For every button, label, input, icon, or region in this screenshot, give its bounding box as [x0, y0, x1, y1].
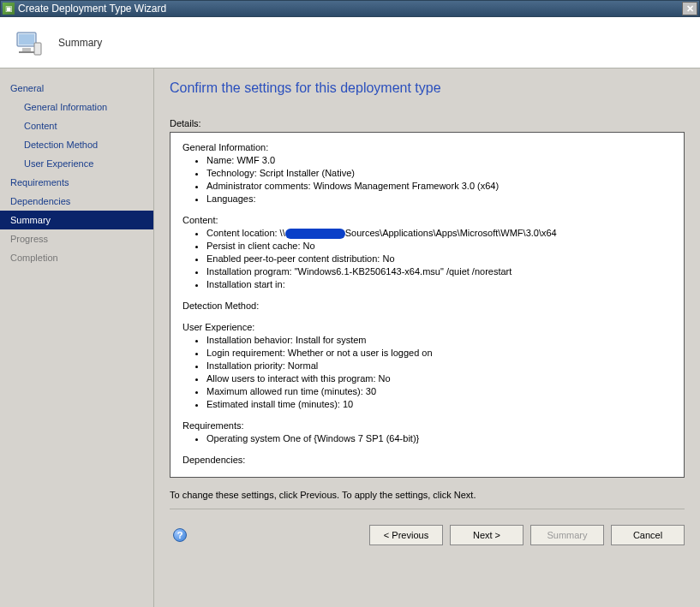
- window-title: Create Deployment Type Wizard: [18, 3, 682, 15]
- ue-interact: Allow users to interact with this progra…: [206, 372, 672, 385]
- details-box: General Information: Name: WMF 3.0 Techn…: [170, 132, 685, 478]
- svg-rect-4: [34, 43, 41, 55]
- next-button[interactable]: Next >: [450, 525, 524, 545]
- user-exp-title: User Experience:: [182, 321, 672, 334]
- svg-rect-2: [22, 48, 31, 51]
- previous-button[interactable]: < Previous: [369, 525, 443, 545]
- section-requirements: Requirements: Operating system One of {W…: [182, 420, 672, 445]
- titlebar: ▣ Create Deployment Type Wizard ✕: [0, 0, 700, 17]
- req-os: Operating system One of {Windows 7 SP1 (…: [206, 432, 672, 445]
- cancel-button[interactable]: Cancel: [611, 525, 685, 545]
- content-p2p: Enabled peer-to-peer content distributio…: [206, 253, 672, 265]
- gi-name: Name: WMF 3.0: [206, 154, 672, 167]
- sidebar-item-requirements[interactable]: Requirements: [0, 173, 153, 192]
- wizard-icon: [12, 26, 46, 60]
- section-dependencies: Dependencies:: [182, 454, 672, 467]
- sidebar-item-general[interactable]: General: [0, 79, 153, 98]
- sidebar-item-completion: Completion: [0, 248, 153, 267]
- details-label: Details:: [170, 118, 685, 128]
- content-location-suffix: Sources\Applications\Apps\Microsoft\WMF\…: [345, 228, 557, 238]
- ue-behavior: Installation behavior: Install for syste…: [206, 334, 672, 347]
- gi-technology: Technology: Script Installer (Native): [206, 167, 672, 180]
- gi-admin-comments: Administrator comments: Windows Manageme…: [206, 180, 672, 193]
- section-general-info: General Information: Name: WMF 3.0 Techn…: [182, 141, 672, 205]
- detection-title: Detection Method:: [182, 300, 672, 312]
- ue-est-install: Estimated install time (minutes): 10: [206, 398, 672, 411]
- sidebar-item-progress: Progress: [0, 229, 153, 248]
- content-panel: Confirm the settings for this deployment…: [154, 68, 700, 607]
- general-info-title: General Information:: [182, 141, 672, 154]
- sidebar-item-general-information[interactable]: General Information: [0, 98, 153, 116]
- content-title: Content:: [182, 214, 672, 227]
- sidebar-item-summary[interactable]: Summary: [0, 211, 153, 229]
- svg-rect-1: [19, 34, 34, 45]
- ue-max-runtime: Maximum allowed run time (minutes): 30: [206, 385, 672, 398]
- ue-login: Login requirement: Whether or not a user…: [206, 347, 672, 360]
- content-heading: Confirm the settings for this deployment…: [170, 80, 685, 96]
- sidebar-item-dependencies[interactable]: Dependencies: [0, 192, 153, 211]
- close-button[interactable]: ✕: [682, 2, 697, 15]
- header-panel: Summary: [0, 17, 700, 68]
- content-install-start: Installation start in:: [206, 278, 672, 291]
- svg-rect-3: [19, 51, 34, 53]
- dep-title: Dependencies:: [182, 454, 672, 467]
- ue-priority: Installation priority: Normal: [206, 360, 672, 372]
- section-user-exp: User Experience: Installation behavior: …: [182, 321, 672, 411]
- sidebar-item-detection-method[interactable]: Detection Method: [0, 135, 153, 154]
- section-detection: Detection Method:: [182, 300, 672, 312]
- gi-languages: Languages:: [206, 193, 672, 205]
- redacted-server: [285, 229, 345, 239]
- sidebar-item-content[interactable]: Content: [0, 116, 153, 135]
- app-icon: ▣: [3, 3, 15, 15]
- footer-bar: ? < Previous Next > Summary Cancel: [170, 509, 685, 545]
- section-content: Content: Content location: \\Sources\App…: [182, 214, 672, 291]
- sidebar-item-user-experience[interactable]: User Experience: [0, 154, 153, 173]
- content-install-prog: Installation program: "Windows6.1-KB2506…: [206, 265, 672, 278]
- req-title: Requirements:: [182, 420, 672, 432]
- summary-button: Summary: [530, 525, 604, 545]
- help-icon[interactable]: ?: [173, 528, 187, 542]
- footer-note: To change these settings, click Previous…: [170, 478, 685, 509]
- content-location-prefix: Content location: \\: [206, 228, 285, 238]
- content-location: Content location: \\Sources\Applications…: [206, 227, 672, 240]
- page-title: Summary: [58, 37, 102, 49]
- content-persist: Persist in client cache: No: [206, 240, 672, 253]
- main-area: GeneralGeneral InformationContentDetecti…: [0, 68, 700, 607]
- sidebar: GeneralGeneral InformationContentDetecti…: [0, 68, 154, 607]
